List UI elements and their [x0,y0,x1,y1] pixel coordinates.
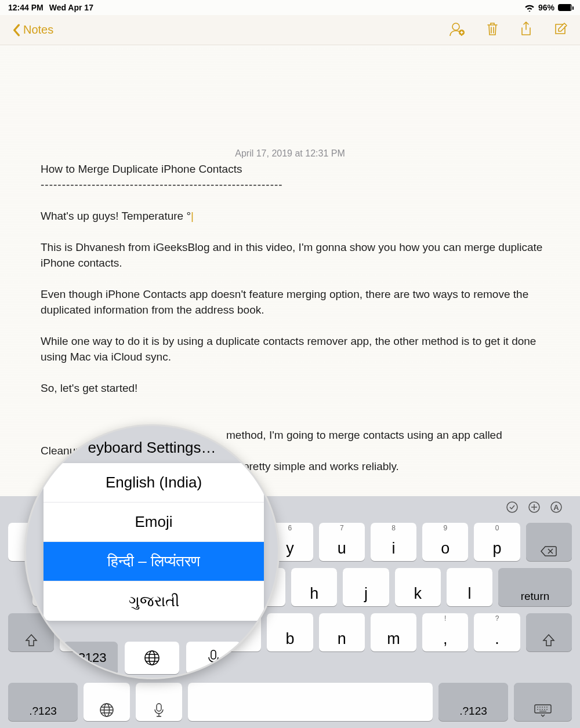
trash-icon[interactable] [486,21,499,39]
shift-key[interactable] [526,613,572,651]
undo-icon[interactable] [506,501,519,516]
note-paragraph-partial: It's pretty simple and works reliably. [226,460,399,472]
globe-key[interactable] [125,642,179,674]
compose-icon[interactable] [553,21,568,39]
svg-rect-9 [535,705,551,713]
status-time: 12:44 PM [8,3,44,12]
keyboard-language-item[interactable]: हिन्दी – लिप्यंतरण [44,542,264,581]
globe-key[interactable] [84,683,130,721]
note-title: How to Merge Duplicate iPhone Contacts [41,161,545,177]
numbers-key[interactable]: .?123 [438,683,508,721]
note-paragraph: So, let's get started! [41,380,545,396]
svg-rect-12 [211,650,216,659]
status-bar: 12:44 PM Wed Apr 17 96% [0,0,580,15]
key-k[interactable]: k [395,568,441,606]
battery-icon [558,4,572,11]
svg-point-2 [507,502,517,512]
return-key[interactable]: return [498,568,572,606]
spacebar[interactable] [188,683,433,721]
key-m[interactable]: m [371,613,416,651]
svg-point-0 [452,23,459,30]
wifi-icon [524,4,535,12]
key-j[interactable]: j [343,568,389,606]
back-label: Notes [23,23,53,37]
add-icon[interactable] [528,501,541,516]
note-paragraph: Even though iPhone Contacts app doesn't … [41,286,545,318]
key-n[interactable]: n [319,613,365,651]
note-timestamp: April 17, 2019 at 12:31 PM [0,148,580,159]
note-paragraph: This is Dhvanesh from iGeeksBlog and in … [41,239,545,271]
note-line-greeting: What's up guys! Temperature ° [41,210,191,222]
add-people-icon[interactable] [449,21,465,39]
key-u[interactable]: 7u [319,523,365,561]
keyboard-language-list: English (India)Emojiहिन्दी – लिप्यंतरणગુ… [44,463,264,621]
key-l[interactable]: l [447,568,492,606]
svg-rect-8 [157,704,161,711]
battery-percent: 96% [538,3,554,12]
key-p[interactable]: 0p [474,523,520,561]
backspace-key[interactable] [526,523,572,561]
keyboard-switcher-magnifier: eyboard Settings… English (India)Emojiहि… [24,424,280,679]
keyboard-language-item[interactable]: English (India) [44,463,264,503]
numbers-key[interactable]: .?123 [8,683,78,721]
nav-bar: Notes [0,15,580,45]
format-icon[interactable]: A [550,501,563,516]
key-h[interactable]: h [291,568,337,606]
keyboard-language-item[interactable]: Emoji [44,503,264,542]
key-i[interactable]: 8i [371,523,416,561]
share-icon[interactable] [520,21,532,39]
svg-text:A: A [553,503,559,512]
keyboard-language-item[interactable]: ગુજરાતી [44,581,264,621]
note-paragraph: While one way to do it is by using a dup… [41,333,545,365]
note-separator: ----------------------------------------… [41,177,545,192]
back-button[interactable]: Notes [12,23,53,37]
key-,[interactable]: !, [422,613,468,651]
hide-keyboard-key[interactable] [514,683,572,721]
key-b[interactable]: b [267,613,313,651]
dictation-key[interactable] [136,683,182,721]
key-o[interactable]: 9o [422,523,468,561]
text-cursor: | [191,208,194,224]
note-editor[interactable]: April 17, 2019 at 12:31 PM How to Merge … [0,45,580,496]
key-.[interactable]: ?. [474,613,520,651]
status-date: Wed Apr 17 [49,3,93,12]
